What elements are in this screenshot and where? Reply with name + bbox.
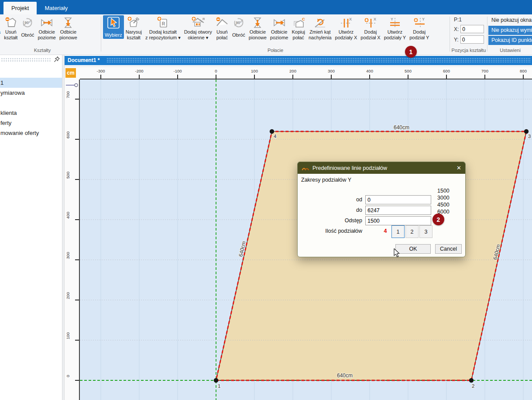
sidebar: 1ymiarowaklientafertymowanie oferty — [0, 55, 62, 400]
svg-text:Y: Y — [422, 17, 425, 21]
tab-bar: Projekt Materiały — [0, 0, 532, 14]
annotation-badge-2: 2 — [432, 214, 444, 225]
document-tab-bar: Document1 * — [65, 56, 532, 65]
sidebar-item[interactable]: ferty — [0, 118, 62, 128]
ruler-tick-label: 300 — [65, 249, 71, 262]
ok-button[interactable]: OK — [395, 244, 431, 254]
dodaj-podzial-y-button[interactable]: YDodajpodział Y — [408, 15, 431, 41]
kopiuj-polac-button[interactable]: CKopiujpołać — [290, 15, 307, 41]
repo-shape-icon: R — [156, 17, 169, 29]
division-option-2[interactable]: 2 — [405, 225, 419, 238]
shape-edit-icon — [0, 17, 0, 29]
vertical-ruler: 0100200300400500600700 — [65, 79, 80, 400]
ruler-tick — [75, 300, 79, 300]
ruler-tick — [75, 340, 79, 341]
dialog-title: Predefiniowane linie podziałów — [312, 165, 387, 171]
odbicie-poziome-polac-button[interactable]: Odbiciepoziome — [268, 15, 290, 41]
ruler-tick — [484, 75, 485, 79]
button-label: Obróć — [21, 32, 34, 38]
x-position-input[interactable] — [460, 25, 484, 33]
preset-list: 1500300045006000 — [437, 187, 450, 215]
obroc-polac-button[interactable]: 90°Obróć — [230, 15, 247, 39]
annotation-badge-1: 1 — [405, 46, 417, 58]
odbicie-poziome-ksztalt-button[interactable]: Odbiciepoziome — [36, 15, 58, 41]
y-position-input[interactable] — [460, 35, 484, 44]
zmien-kat-nachylenia-button[interactable]: Zmień kątnachylenia — [307, 15, 333, 41]
document-bar-texture — [106, 58, 531, 63]
ribbon-group-polacie: WybierzNarysujkształtRDodaj kształtz rep… — [103, 15, 448, 54]
wybierz-button[interactable]: Wybierz — [103, 15, 124, 39]
preset-value[interactable]: 3000 — [437, 194, 450, 201]
svg-text:90°: 90° — [25, 21, 31, 25]
odstep-input[interactable] — [365, 216, 431, 225]
cancel-button[interactable]: Cancel — [435, 244, 462, 254]
ruler-tick — [254, 75, 255, 79]
draw-shape-icon — [127, 17, 140, 29]
svg-text:3: 3 — [528, 134, 531, 139]
toggle-nie-pokazuj-wymiarow[interactable]: Nie pokazuj wymi — [488, 26, 532, 35]
podzialy-dialog: Predefiniowane linie podziałów ✕ Zakresy… — [297, 162, 466, 257]
ribbon-group-ksztalty: fikacjatałtuUsuńkształt90°ObróćOdbiciepo… — [0, 15, 100, 54]
ruler-tick — [292, 75, 293, 79]
sidebar-item[interactable]: mowanie oferty — [0, 128, 62, 138]
ruler-tick — [75, 259, 79, 260]
sidebar-item[interactable]: ymiarowa — [0, 88, 62, 98]
od-input[interactable] — [365, 195, 431, 204]
sidebar-item[interactable]: 1 — [0, 78, 62, 88]
preset-value[interactable]: 4500 — [437, 201, 450, 208]
do-input[interactable] — [365, 206, 431, 215]
ruler-tick — [331, 75, 332, 79]
dialog-titlebar[interactable]: Predefiniowane linie podziałów ✕ — [298, 162, 465, 174]
button-label: Utwórzpodziały X — [335, 29, 357, 40]
tab-projekt[interactable]: Projekt — [3, 2, 37, 14]
toggle-nie-pokazuj-okna[interactable]: Nie pokazuj okna — [488, 16, 532, 25]
copy-roof-icon: C — [292, 17, 305, 29]
tab-materialy[interactable]: Materiały — [37, 2, 76, 14]
ruler-tick-label: -300 — [96, 69, 105, 73]
ribbon-group-ustawienia: Nie pokazuj okna Nie pokazuj wymi Pokazu… — [488, 15, 532, 54]
narysuj-ksztalt-button[interactable]: Narysujkształt — [124, 15, 144, 41]
document-tab[interactable]: Document1 * — [68, 57, 100, 63]
ruler-tick-label: 600 — [65, 128, 71, 141]
rotate-90-icon: 90° — [21, 17, 34, 29]
dodaj-podzial-x-button[interactable]: XDodajpodział X — [359, 15, 382, 41]
division-option-1[interactable]: 1 — [391, 225, 405, 238]
pin-icon[interactable] — [54, 56, 60, 62]
ruler-tick-label: 700 — [65, 88, 71, 101]
utworz-podzialy-x-button[interactable]: XUtwórzpodziały X — [333, 15, 359, 41]
house-openings-icon: R — [192, 17, 205, 29]
group-label-polacie: Połacie — [103, 48, 448, 53]
dodaj-otwory-okienne-button[interactable]: RDodaj otworyokienne ▾ — [182, 15, 214, 41]
toggle-pokazuj-id-punktow[interactable]: Pokazuj ID punktó — [488, 36, 532, 45]
ruler-tick — [408, 75, 408, 79]
preset-value[interactable]: 1500 — [437, 187, 450, 194]
svg-text:4: 4 — [274, 134, 277, 139]
ruler-tick-label: 400 — [366, 69, 373, 73]
usun-ksztalt-button[interactable]: Usuńkształt — [2, 15, 19, 41]
utworz-podzialy-y-button[interactable]: YUtwórzpodziały Y — [382, 15, 408, 41]
svg-text:C: C — [302, 17, 305, 21]
app-window: Projekt Materiały fikacjatałtuUsuńkształ… — [0, 0, 532, 400]
usun-polac-button[interactable]: Usuńpołać — [214, 15, 230, 41]
division-y-add-icon: Y — [413, 17, 426, 29]
group-separator — [450, 17, 450, 52]
ruler-tick-label: 700 — [481, 69, 488, 73]
ruler-tick — [177, 75, 178, 79]
ribbon: fikacjatałtuUsuńkształt90°ObróćOdbiciepo… — [0, 14, 532, 55]
dodaj-ksztalt-z-repozytorium-button[interactable]: RDodaj kształtz repozytorium ▾ — [144, 15, 182, 41]
ruler-tick — [216, 75, 216, 79]
obroc-ksztalt-button[interactable]: 90°Obróć — [19, 15, 36, 39]
odbicie-pionowe-polac-button[interactable]: Odbiciepionowe — [247, 15, 268, 41]
odbicie-pionowe-ksztalt-button[interactable]: Odbiciepionowe — [58, 15, 79, 41]
ruler-tick — [75, 99, 79, 100]
ruler-tick — [75, 139, 79, 140]
svg-text:640cm: 640cm — [394, 124, 409, 131]
division-option-3[interactable]: 3 — [419, 225, 432, 238]
sidebar-item[interactable]: klienta — [0, 108, 62, 118]
close-icon[interactable]: ✕ — [456, 165, 461, 171]
ruler-tick — [75, 179, 79, 180]
button-label: Odbiciepionowe — [59, 29, 77, 40]
od-label: od — [298, 197, 362, 203]
button-label: Usuńkształt — [4, 29, 17, 40]
button-label: Odbiciepoziome — [38, 29, 56, 40]
